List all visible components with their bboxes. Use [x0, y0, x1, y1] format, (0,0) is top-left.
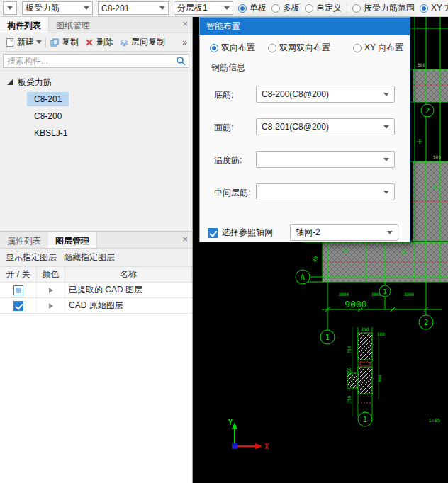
radio-single-board[interactable]: 单板	[238, 2, 267, 14]
dim-9000: 9000	[345, 299, 366, 309]
chevron-down-icon	[383, 125, 389, 129]
table-row: 已提取的 CAD 图层	[0, 283, 192, 298]
toolbar-overflow-button[interactable]: »	[182, 38, 189, 47]
layer-name: 已提取的 CAD 图层	[65, 284, 192, 296]
tab-layer-management[interactable]: 图层管理	[48, 232, 97, 248]
layer-copy-icon	[119, 38, 129, 47]
radio-label: 双网双向布置	[279, 42, 330, 54]
dim-small-1: 3000	[339, 292, 349, 297]
chevron-down-icon	[84, 6, 89, 10]
hide-specified-layer-button[interactable]: 隐藏指定图层	[64, 251, 115, 263]
close-icon[interactable]: ×	[182, 234, 188, 244]
section-bubble-1: 1	[363, 416, 367, 424]
layer-table-header: 开 / 关 颜色 名称	[0, 267, 192, 283]
radio-dot	[305, 4, 313, 13]
layer-panel-tabs: 属性列表 图层管理 ×	[0, 232, 192, 249]
radio-dot	[268, 44, 276, 52]
row-expander-icon[interactable]	[49, 288, 53, 293]
chevron-down-icon	[159, 6, 165, 10]
tab-component-list[interactable]: 构件列表	[0, 17, 49, 33]
tree-item-label: C8-200	[27, 109, 69, 123]
show-specified-layer-button[interactable]: 显示指定图层	[6, 251, 57, 263]
element-type-value: 板受力筋	[26, 2, 60, 14]
section-dim-250-b: 250	[347, 367, 352, 375]
delete-button[interactable]: 删除	[82, 35, 116, 50]
layer-visibility-checkbox[interactable]	[13, 301, 23, 311]
search-icon[interactable]	[176, 56, 186, 66]
tree-item-c8-201[interactable]: C8-201	[0, 91, 192, 108]
bottom-rebar-combo[interactable]: C8-200(C8@200)	[256, 86, 395, 103]
tree-item-kbslj-1[interactable]: KBSLJ-1	[0, 125, 192, 142]
toolbar-separator	[347, 4, 347, 13]
radio-label: 自定义	[316, 2, 342, 14]
radio-dot	[210, 44, 218, 52]
layer-copy-label: 层间复制	[131, 36, 165, 48]
axis-grid-value: 轴网-2	[296, 227, 320, 239]
layer-buttons: 显示指定图层 隐藏指定图层	[0, 249, 192, 267]
top-rebar-combo[interactable]: C8-201(C8@200)	[256, 118, 395, 135]
copy-button[interactable]: 复制	[47, 35, 81, 50]
copy-label: 复制	[62, 36, 79, 48]
chevron-down-icon	[224, 6, 230, 10]
middle-layer-rebar-combo[interactable]	[256, 183, 395, 200]
radio-custom[interactable]: 自定义	[305, 2, 342, 14]
chevron-down-icon	[383, 158, 389, 161]
radio-dot	[420, 4, 428, 13]
radio-label: XY 方	[431, 2, 448, 14]
search-row	[0, 52, 192, 71]
component-combo[interactable]: C8-201	[98, 1, 169, 15]
layer-visibility-checkbox[interactable]	[13, 285, 23, 295]
tree-group-label: 板受力筋	[18, 76, 52, 89]
component-list-panel: 构件列表 图纸管理 × 新建 复制	[0, 17, 193, 231]
component-toolbar: 新建 复制 删除	[0, 33, 192, 52]
tree-item-c8-200[interactable]: C8-200	[0, 108, 192, 125]
delete-label: 删除	[96, 36, 113, 48]
radio-dot	[353, 44, 362, 52]
section-dim-250-top: 250	[362, 326, 369, 331]
radio-label: 单板	[250, 2, 267, 14]
ucs-x-label: X	[264, 443, 269, 450]
radio-by-rebar-range[interactable]: 按受力筋范围	[352, 2, 415, 14]
bottom-rebar-value: C8-200(C8@200)	[262, 89, 329, 99]
scale-note: 1:85	[429, 418, 441, 424]
radio-two-way-layout[interactable]: 双向布置	[210, 42, 255, 54]
axis-grid-combo[interactable]: 轴网-2	[290, 224, 398, 241]
radio-multi-board[interactable]: 多板	[271, 2, 300, 14]
new-label: 新建	[17, 36, 34, 48]
component-value: C8-201	[101, 4, 129, 13]
copy-icon	[50, 38, 60, 47]
axis-bubble-1-small: 1	[383, 288, 386, 295]
tab-drawing-management[interactable]: 图纸管理	[49, 17, 97, 33]
new-button[interactable]: 新建	[3, 35, 44, 50]
delete-icon	[84, 38, 94, 47]
checkbox	[208, 228, 218, 238]
layer-copy-button[interactable]: 层间复制	[117, 35, 167, 50]
tiny-dim-2: 500	[433, 154, 441, 159]
dim-small-3: 3000	[404, 292, 415, 297]
radio-dot	[352, 4, 361, 13]
temperature-rebar-combo[interactable]	[256, 151, 395, 168]
element-type-combo[interactable]: 板受力筋	[22, 1, 93, 15]
row-expander-icon[interactable]	[49, 303, 53, 309]
axis-bubble-2-top: 2	[425, 107, 430, 115]
close-icon[interactable]: ×	[182, 19, 188, 28]
dialog-title: 智能布置	[206, 21, 240, 33]
tiny-dim-1: 500	[418, 62, 425, 67]
reference-axis-checkbox[interactable]: 选择参照轴网	[208, 227, 273, 239]
dialog-title-bar[interactable]: 智能布置	[200, 18, 410, 35]
axis-bubble-1: 1	[325, 334, 330, 341]
radio-label: 按受力筋范围	[364, 2, 415, 14]
tab-property-list[interactable]: 属性列表	[0, 232, 48, 248]
tree-expand-icon[interactable]	[7, 79, 13, 85]
tree-group-slab-rebar[interactable]: 板受力筋	[0, 74, 192, 91]
radio-xy-layout[interactable]: XY 向布置	[353, 42, 403, 54]
section-dim-100: 100	[377, 331, 385, 336]
radio-xy-direction[interactable]: XY 方	[420, 2, 448, 14]
search-input[interactable]	[3, 54, 189, 68]
ucs-axes-icon: Y X	[228, 419, 269, 450]
header-name: 名称	[65, 267, 192, 282]
mini-combo[interactable]	[3, 1, 17, 15]
slab-layer-combo[interactable]: 分层板1	[174, 1, 233, 15]
radio-double-mesh-two-way[interactable]: 双网双向布置	[268, 42, 330, 54]
bottom-rebar-label: 底筋:	[214, 89, 233, 101]
